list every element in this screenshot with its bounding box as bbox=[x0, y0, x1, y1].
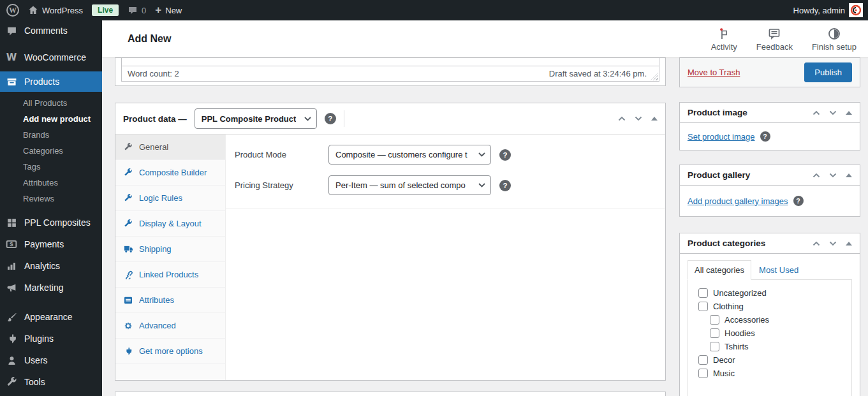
sidebar-item-analytics[interactable]: Analytics bbox=[0, 255, 102, 277]
category-row-decor[interactable]: Decor bbox=[693, 353, 846, 367]
pricing-strategy-help-icon[interactable]: ? bbox=[499, 180, 511, 191]
toggle-panel-button[interactable] bbox=[651, 117, 658, 121]
tab-attributes[interactable]: Attributes bbox=[115, 288, 225, 313]
editor-textarea-edge[interactable] bbox=[121, 58, 659, 66]
admin-bar-new[interactable]: + New bbox=[155, 4, 182, 17]
category-row-tshirts[interactable]: Tshirts bbox=[693, 340, 846, 353]
order-up-button[interactable] bbox=[813, 173, 820, 178]
howdy-text: Howdy, admin bbox=[793, 6, 845, 15]
general-panel: Product Mode Composite — customers confi… bbox=[226, 135, 665, 380]
order-down-button[interactable] bbox=[635, 116, 642, 121]
set-product-image-link[interactable]: Set product image bbox=[688, 132, 755, 142]
wrench-icon bbox=[123, 168, 133, 177]
admin-sidebar: Comments W WooCommerce Products All Prod… bbox=[0, 20, 102, 396]
wrench-icon bbox=[5, 377, 18, 388]
submenu-reviews[interactable]: Reviews bbox=[0, 191, 102, 207]
grid-icon bbox=[5, 217, 18, 228]
checkbox[interactable] bbox=[710, 328, 719, 338]
tab-advanced[interactable]: Advanced bbox=[115, 313, 225, 339]
checkbox[interactable] bbox=[710, 342, 719, 351]
tab-display-layout[interactable]: Display & Layout bbox=[115, 211, 225, 237]
checkbox[interactable] bbox=[710, 315, 719, 325]
category-list: Uncategorized Clothing Accessories bbox=[688, 279, 852, 396]
sidebar-item-comments[interactable]: Comments bbox=[0, 20, 102, 41]
publish-button[interactable]: Publish bbox=[804, 62, 852, 82]
product-mode-help-icon[interactable]: ? bbox=[499, 149, 511, 161]
order-up-button[interactable] bbox=[813, 241, 820, 246]
product-gallery-title: Product gallery bbox=[688, 170, 750, 180]
toggle-panel-button[interactable] bbox=[846, 242, 852, 246]
checkbox[interactable] bbox=[698, 369, 708, 378]
product-mode-select[interactable]: Composite — customers configure t bbox=[328, 145, 491, 165]
submenu-brands[interactable]: Brands bbox=[0, 127, 102, 143]
tab-general[interactable]: General bbox=[115, 135, 225, 160]
sidebar-item-plugins[interactable]: Plugins bbox=[0, 328, 102, 349]
category-tabs: All categories Most Used bbox=[688, 260, 852, 279]
submenu-tags[interactable]: Tags bbox=[0, 159, 102, 175]
product-gallery-help-icon[interactable]: ? bbox=[793, 196, 804, 206]
product-type-select[interactable]: PPL Composite Product bbox=[195, 108, 317, 129]
product-type-help-icon[interactable]: ? bbox=[325, 113, 336, 124]
order-down-button[interactable] bbox=[829, 110, 837, 115]
admin-bar-comments[interactable]: 0 bbox=[128, 5, 146, 15]
comment-count: 0 bbox=[142, 6, 146, 15]
sidebar-item-users[interactable]: Users bbox=[0, 349, 102, 371]
wp-logo-menu[interactable]: W bbox=[6, 4, 19, 17]
checkbox[interactable] bbox=[698, 302, 708, 311]
home-icon bbox=[28, 5, 38, 15]
divider bbox=[344, 110, 344, 127]
product-image-title: Product image bbox=[688, 108, 747, 117]
avatar bbox=[849, 3, 863, 17]
pricing-strategy-select[interactable]: Per-Item — sum of selected compo bbox=[328, 175, 491, 195]
submenu-add-new-product[interactable]: Add new product bbox=[0, 111, 102, 127]
sidebar-item-products[interactable]: Products bbox=[0, 71, 102, 92]
finish-setup-button[interactable]: Finish setup bbox=[812, 26, 857, 52]
user-icon bbox=[5, 355, 18, 366]
product-image-help-icon[interactable]: ? bbox=[760, 131, 770, 142]
sidebar-item-appearance[interactable]: Appearance bbox=[0, 306, 102, 328]
tab-logic-rules[interactable]: Logic Rules bbox=[115, 186, 225, 211]
submenu-categories[interactable]: Categories bbox=[0, 143, 102, 159]
product-categories-title: Product categories bbox=[688, 238, 765, 248]
wordpress-admin-screen: W WordPress Live 0 + New Howdy bbox=[0, 0, 868, 396]
category-row-clothing[interactable]: Clothing bbox=[693, 300, 846, 313]
sidebar-item-payments[interactable]: $ Payments bbox=[0, 233, 102, 255]
tab-shipping[interactable]: Shipping bbox=[115, 237, 225, 262]
add-gallery-images-link[interactable]: Add product gallery images bbox=[688, 196, 788, 206]
order-down-button[interactable] bbox=[829, 241, 837, 246]
tab-linked-products[interactable]: Linked Products bbox=[115, 262, 225, 288]
tab-get-more-options[interactable]: Get more options bbox=[115, 339, 225, 364]
editor-status-bar: Word count: 2 Draft saved at 3:24:46 pm. bbox=[121, 66, 659, 82]
order-up-button[interactable] bbox=[618, 116, 626, 121]
category-row-accessories[interactable]: Accessories bbox=[693, 313, 846, 326]
checkbox[interactable] bbox=[698, 288, 708, 298]
tab-composite-builder[interactable]: Composite Builder bbox=[115, 160, 225, 186]
wrench-icon bbox=[123, 194, 133, 203]
category-row-hoodies[interactable]: Hoodies bbox=[693, 326, 846, 340]
howdy-menu[interactable]: Howdy, admin bbox=[793, 3, 863, 17]
sidebar-item-tools[interactable]: Tools bbox=[0, 371, 102, 393]
toggle-panel-button[interactable] bbox=[846, 111, 852, 115]
toggle-panel-button[interactable] bbox=[846, 173, 852, 177]
submenu-attributes[interactable]: Attributes bbox=[0, 175, 102, 191]
tab-all-categories[interactable]: All categories bbox=[688, 260, 751, 280]
admin-bar: W WordPress Live 0 + New Howdy bbox=[0, 0, 868, 20]
category-row-music[interactable]: Music bbox=[693, 367, 846, 380]
checkbox[interactable] bbox=[698, 355, 708, 365]
sidebar-item-woocommerce[interactable]: W WooCommerce bbox=[0, 47, 102, 68]
svg-text:$: $ bbox=[10, 240, 13, 247]
chevron-down-icon bbox=[304, 117, 311, 121]
page-header: Add New Activity Feedback bbox=[102, 20, 868, 57]
site-link[interactable]: WordPress bbox=[28, 5, 83, 15]
order-down-button[interactable] bbox=[829, 173, 837, 178]
sidebar-item-ppl-composites[interactable]: PPL Composites bbox=[0, 212, 102, 233]
order-up-button[interactable] bbox=[813, 110, 820, 115]
tab-most-used[interactable]: Most Used bbox=[751, 261, 806, 279]
sidebar-item-marketing[interactable]: Marketing bbox=[0, 277, 102, 298]
submenu-all-products[interactable]: All Products bbox=[0, 95, 102, 111]
move-to-trash-link[interactable]: Move to Trash bbox=[688, 68, 740, 77]
new-label: New bbox=[165, 6, 182, 15]
activity-button[interactable]: Activity bbox=[711, 26, 737, 52]
feedback-button[interactable]: Feedback bbox=[756, 26, 793, 52]
category-row-uncategorized[interactable]: Uncategorized bbox=[693, 286, 846, 300]
